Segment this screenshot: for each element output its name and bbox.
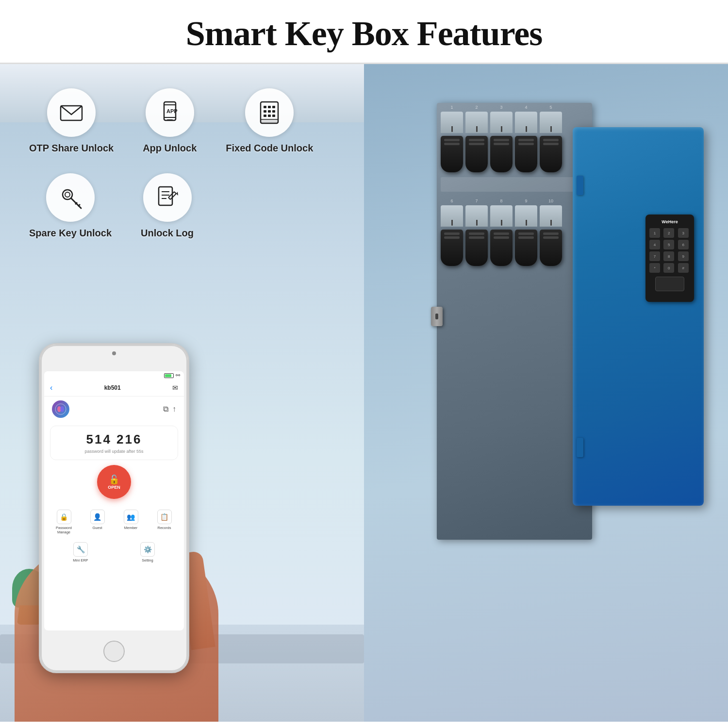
- svg-rect-11: [268, 110, 271, 113]
- feature-unlock-log: Unlock Log: [141, 173, 194, 239]
- menu-item-records[interactable]: 📋 Records: [149, 508, 180, 536]
- otp-code-display: 514 216: [56, 432, 172, 447]
- peg-1: [451, 126, 453, 132]
- password-manage-label: PasswordManage: [56, 526, 72, 534]
- fob-btn-8a: [494, 232, 509, 235]
- hook-2: [465, 112, 488, 133]
- spare-key-icon-circle: [46, 173, 95, 222]
- num-6: 6: [441, 199, 463, 203]
- fob-btn-10a: [543, 232, 559, 235]
- fob-btn-2a: [469, 139, 484, 141]
- svg-rect-9: [272, 106, 275, 108]
- guest-label: Guest: [92, 526, 102, 530]
- otp-share-label: OTP Share Unlock: [29, 143, 114, 154]
- menu-item-mini-erp[interactable]: 🔧 Mini ERP: [48, 540, 113, 564]
- siri-icon: [55, 403, 66, 415]
- hook-9: [515, 205, 537, 227]
- action-icons: ⧉ ↑: [163, 405, 176, 414]
- hinge-top: [577, 176, 583, 195]
- fob-btn-9a: [518, 232, 534, 235]
- peg-9: [526, 220, 527, 226]
- menu-item-guest[interactable]: 👤 Guest: [82, 508, 113, 536]
- key-fob-5: [540, 136, 562, 172]
- num-7: 7: [465, 199, 488, 203]
- key-8[interactable]: 8: [663, 251, 674, 261]
- key-fob-2: [465, 136, 488, 172]
- fob-btn-6a: [444, 232, 460, 235]
- num-10: 10: [540, 199, 562, 203]
- key-9[interactable]: 9: [678, 251, 689, 261]
- key-fob-7: [465, 230, 488, 266]
- copy-icon[interactable]: ⧉: [163, 405, 168, 414]
- key-fob-8: [490, 230, 513, 266]
- key-star[interactable]: *: [649, 263, 660, 273]
- password-manage-icon: 🔒: [57, 510, 71, 524]
- fob-btn-7b: [469, 236, 484, 239]
- fob-btn-1b: [444, 143, 460, 145]
- lock-key-slot: [435, 314, 438, 319]
- key-2[interactable]: 2: [663, 228, 674, 238]
- svg-rect-5: [167, 119, 173, 120]
- menu-item-setting[interactable]: ⚙️ Setting: [115, 540, 180, 564]
- records-icon: 📋: [157, 510, 172, 524]
- otp-share-icon-circle: [47, 88, 96, 137]
- key-hash[interactable]: #: [678, 263, 689, 273]
- hook-3: [490, 112, 513, 133]
- key-fob-3: [490, 136, 513, 172]
- key-icon: [58, 185, 83, 210]
- peg-2: [476, 126, 478, 132]
- key-0[interactable]: 0: [663, 263, 674, 273]
- key-4[interactable]: 4: [649, 240, 660, 249]
- fixed-code-icon-circle: [245, 88, 294, 137]
- battery-indicator: [164, 373, 174, 378]
- fob-btn-5b: [543, 143, 559, 145]
- battery-fill: [165, 374, 171, 377]
- phone-mockup: ⚯ ‹ kb501 ✉: [24, 343, 209, 722]
- key-box-cabinet: 1 2 3 4 5: [437, 103, 592, 540]
- peg-10: [550, 220, 552, 226]
- open-label: OPEN: [108, 485, 120, 490]
- svg-rect-7: [264, 106, 266, 108]
- key-7[interactable]: 7: [649, 251, 660, 261]
- right-panel: 1 2 3 4 5: [364, 64, 728, 722]
- hook-5: [540, 112, 562, 133]
- svg-rect-8: [268, 106, 271, 108]
- svg-line-30: [168, 198, 170, 199]
- avatar-row: ⧉ ↑: [44, 397, 184, 422]
- lock-open-icon: 🔓: [109, 474, 119, 485]
- card-reader: [655, 277, 684, 291]
- open-button[interactable]: 🔓 OPEN: [97, 465, 131, 499]
- peg-3: [501, 126, 502, 132]
- key-3[interactable]: 3: [678, 228, 689, 238]
- number-strip-bottom: 6 7 8 9 10: [437, 197, 592, 205]
- key-1[interactable]: 1: [649, 228, 660, 238]
- key-fob-6: [441, 230, 463, 266]
- hook-row-2: [437, 205, 592, 230]
- back-button[interactable]: ‹: [50, 383, 52, 392]
- keypad-number-grid: 1 2 3 4 5 6 7 8 9 * 0 #: [649, 228, 690, 273]
- svg-rect-16: [261, 119, 278, 123]
- fob-btn-6b: [444, 236, 460, 239]
- mail-icon[interactable]: ✉: [172, 384, 178, 392]
- guest-icon: 👤: [90, 510, 105, 524]
- key-5[interactable]: 5: [663, 240, 674, 249]
- phone-screen: ⚯ ‹ kb501 ✉: [44, 371, 184, 630]
- unlock-log-label: Unlock Log: [141, 228, 194, 239]
- key-6[interactable]: 6: [678, 240, 689, 249]
- bluetooth-icon: ⚯: [176, 372, 180, 379]
- member-icon: 👥: [124, 510, 138, 524]
- fob-btn-4b: [518, 143, 534, 145]
- fob-btn-8b: [494, 236, 509, 239]
- phone-home-button[interactable]: [103, 641, 125, 662]
- hinge-bottom: [577, 438, 583, 457]
- fob-btn-9b: [518, 236, 534, 239]
- keypad-unit: WeHere 1 2 3 4 5 6 7 8 9 * 0 #: [645, 215, 694, 302]
- app-icon-circle: APP: [146, 88, 194, 137]
- hook-10: [540, 205, 562, 227]
- menu-item-member[interactable]: 👥 Member: [115, 508, 147, 536]
- fob-btn-5a: [543, 139, 559, 141]
- svg-point-34: [60, 406, 64, 412]
- share-icon[interactable]: ↑: [172, 405, 176, 414]
- menu-item-password-manage[interactable]: 🔒 PasswordManage: [48, 508, 80, 536]
- setting-icon: ⚙️: [140, 542, 155, 557]
